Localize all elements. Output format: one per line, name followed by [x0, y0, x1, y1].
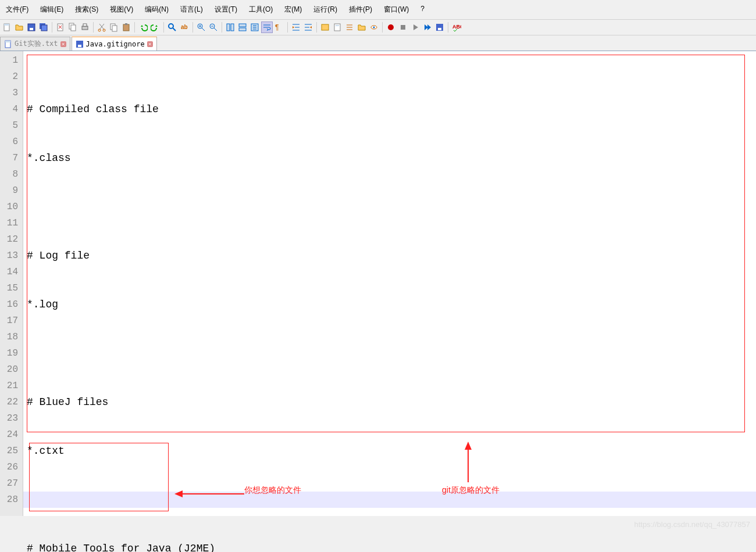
- line-number: 15: [2, 280, 18, 296]
- line-number: 7: [2, 150, 18, 166]
- menu-help[interactable]: ?: [415, 2, 430, 17]
- menu-view[interactable]: 视图(V): [104, 2, 139, 17]
- menu-macro[interactable]: 宏(M): [279, 2, 308, 17]
- line-number: 28: [2, 492, 18, 508]
- replace-icon[interactable]: ab: [179, 21, 190, 33]
- tab-bar: Git实验.txt × Java.gitignore ×: [0, 35, 756, 51]
- line-number: 16: [2, 296, 18, 313]
- svg-rect-5: [41, 25, 47, 31]
- zoom-in-icon[interactable]: [195, 21, 207, 33]
- line-number: 19: [2, 345, 18, 361]
- doc-map-icon[interactable]: [331, 21, 343, 33]
- line-number: 20: [2, 361, 18, 378]
- play-macro-icon[interactable]: [409, 21, 421, 33]
- menu-tools[interactable]: 工具(O): [243, 2, 279, 17]
- menu-bar: 文件(F) 编辑(E) 搜索(S) 视图(V) 编码(N) 语言(L) 设置(T…: [0, 0, 756, 20]
- line-number: 22: [2, 394, 18, 410]
- spellcheck-icon[interactable]: ABC: [451, 21, 462, 33]
- close-icon[interactable]: [55, 21, 66, 33]
- svg-rect-22: [231, 24, 234, 31]
- menu-file[interactable]: 文件(F): [0, 2, 34, 17]
- svg-rect-3: [30, 28, 33, 30]
- line-number: 24: [2, 426, 18, 443]
- paste-icon[interactable]: [120, 21, 132, 33]
- svg-rect-35: [438, 28, 441, 30]
- line-number: 18: [2, 329, 18, 345]
- record-macro-icon[interactable]: [385, 21, 397, 33]
- open-file-icon[interactable]: [13, 21, 25, 33]
- line-number: 6: [2, 134, 18, 150]
- menu-plugins[interactable]: 插件(P): [343, 2, 378, 17]
- sync-v-icon[interactable]: [224, 21, 236, 33]
- tab-java-gitignore[interactable]: Java.gitignore ×: [72, 37, 157, 51]
- line-number: 21: [2, 378, 18, 394]
- line-number: 17: [2, 313, 18, 329]
- svg-rect-8: [71, 25, 76, 31]
- play-multi-icon[interactable]: [422, 21, 433, 33]
- new-file-icon[interactable]: [1, 21, 13, 33]
- save-all-icon[interactable]: [38, 21, 49, 33]
- code-line: # Log file: [27, 248, 756, 264]
- tab-label: Git实验.txt: [15, 39, 58, 49]
- menu-edit[interactable]: 编辑(E): [34, 2, 69, 17]
- find-icon[interactable]: [166, 21, 178, 33]
- menu-run[interactable]: 运行(R): [308, 2, 343, 17]
- separator-icon: [382, 22, 383, 33]
- copy-icon[interactable]: [108, 21, 120, 33]
- menu-search[interactable]: 搜索(S): [69, 2, 104, 17]
- menu-encoding[interactable]: 编码(N): [139, 2, 174, 17]
- code-line: [27, 492, 756, 508]
- show-symbols-icon[interactable]: ¶: [273, 21, 285, 33]
- indent-icon[interactable]: [290, 21, 302, 33]
- svg-rect-27: [322, 24, 329, 30]
- redo-icon[interactable]: [149, 21, 161, 33]
- line-number: 2: [2, 69, 18, 85]
- undo-icon[interactable]: [137, 21, 149, 33]
- func-list-icon[interactable]: [344, 21, 355, 33]
- menu-settings[interactable]: 设置(T): [209, 2, 243, 17]
- line-number: 27: [2, 475, 18, 492]
- folder-view-icon[interactable]: [319, 21, 331, 33]
- code-area[interactable]: # Compiled class file *.class # Log file…: [23, 51, 756, 516]
- sync-h-icon[interactable]: [237, 21, 248, 33]
- separator-icon: [163, 22, 164, 33]
- sync-scroll-icon[interactable]: [249, 21, 261, 33]
- cut-icon[interactable]: [96, 21, 108, 33]
- code-line: [27, 199, 756, 215]
- svg-rect-21: [227, 24, 230, 31]
- line-number: 4: [2, 101, 18, 117]
- separator-icon: [134, 22, 135, 33]
- tab-git-experiment[interactable]: Git实验.txt ×: [0, 37, 70, 51]
- line-number: 23: [2, 410, 18, 426]
- svg-rect-1: [4, 24, 9, 26]
- monitor-icon[interactable]: [368, 21, 380, 33]
- zoom-out-icon[interactable]: [208, 21, 219, 33]
- line-number: 8: [2, 166, 18, 182]
- line-number: 1: [2, 52, 18, 69]
- tab-label: Java.gitignore: [86, 40, 145, 48]
- toolbar: ab ¶ ABC: [0, 20, 756, 35]
- close-tab-icon[interactable]: ×: [60, 41, 66, 47]
- menu-language[interactable]: 语言(L): [174, 2, 209, 17]
- folder-icon[interactable]: [356, 21, 368, 33]
- line-number-gutter: 1234567891011121314151617181920212223242…: [0, 51, 23, 516]
- separator-icon: [222, 22, 222, 33]
- svg-rect-23: [239, 24, 246, 27]
- line-number: 13: [2, 248, 18, 264]
- close-all-icon[interactable]: [67, 21, 79, 33]
- line-number: 5: [2, 117, 18, 134]
- svg-rect-14: [112, 26, 117, 31]
- stop-macro-icon[interactable]: [397, 21, 409, 33]
- save-macro-icon[interactable]: [434, 21, 445, 33]
- svg-text:ABC: ABC: [452, 24, 461, 30]
- print-icon[interactable]: [79, 21, 91, 33]
- wordwrap-icon[interactable]: [261, 21, 273, 33]
- outdent-icon[interactable]: [302, 21, 314, 33]
- svg-point-17: [169, 24, 173, 28]
- save-icon[interactable]: [26, 21, 37, 33]
- close-tab-icon[interactable]: ×: [147, 41, 153, 47]
- menu-window[interactable]: 窗口(W): [378, 2, 415, 17]
- separator-icon: [52, 22, 52, 33]
- editor: 1234567891011121314151617181920212223242…: [0, 51, 756, 516]
- line-number: 11: [2, 215, 18, 231]
